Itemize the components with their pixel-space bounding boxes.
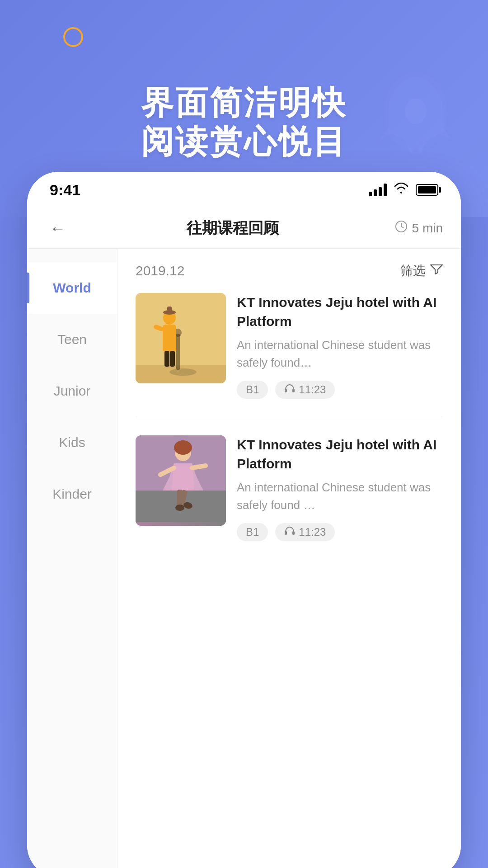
nav-bar: ← 往期课程回顾 5 min xyxy=(27,208,461,249)
svg-rect-12 xyxy=(163,325,176,352)
clock-icon xyxy=(395,220,408,236)
duration-text: 5 min xyxy=(412,221,443,236)
signal-bars-icon xyxy=(369,184,387,196)
svg-line-3 xyxy=(401,226,404,228)
article-card[interactable]: KT Innovates Jeju hotel with AI Platform… xyxy=(136,435,443,559)
duration-value: 11:23 xyxy=(299,526,326,538)
filter-label: 筛选 xyxy=(400,262,426,279)
back-button[interactable]: ← xyxy=(45,214,70,242)
battery-fill xyxy=(418,186,436,193)
headline-line1: 界面简洁明快 xyxy=(141,83,347,122)
article-card[interactable]: KT Innovates Jeju hotel with AI Platform… xyxy=(136,293,443,417)
svg-point-6 xyxy=(169,368,197,376)
duration-tag: 11:23 xyxy=(275,381,335,399)
rocket-icon xyxy=(371,68,461,160)
battery-icon xyxy=(416,184,438,196)
svg-point-0 xyxy=(405,99,427,124)
content-area: World Teen Junior Kids Kinder 2019.12 筛选 xyxy=(27,249,461,868)
svg-rect-29 xyxy=(292,531,295,535)
article-thumbnail xyxy=(136,435,226,526)
article-tags: B1 11:23 xyxy=(237,381,443,399)
headline: 界面简洁明快 阅读赏心悦目 xyxy=(141,83,347,161)
svg-point-21 xyxy=(174,440,192,455)
article-title: KT Innovates Jeju hotel with AI Platform xyxy=(237,293,443,331)
article-title: KT Innovates Jeju hotel with AI Platform xyxy=(237,435,443,473)
sidebar-item-kinder[interactable]: Kinder xyxy=(27,468,117,520)
sidebar-item-teen[interactable]: Teen xyxy=(27,314,117,365)
filter-icon xyxy=(430,264,443,278)
svg-rect-17 xyxy=(292,389,295,392)
level-tag: B1 xyxy=(237,381,268,399)
article-thumbnail xyxy=(136,293,226,383)
svg-point-26 xyxy=(175,505,184,511)
status-icons xyxy=(369,183,438,198)
article-info: KT Innovates Jeju hotel with AI Platform… xyxy=(237,293,443,399)
svg-rect-15 xyxy=(170,351,175,367)
date-label: 2019.12 xyxy=(136,263,184,278)
headphone-icon xyxy=(284,384,295,396)
headline-line2: 阅读赏心悦目 xyxy=(141,122,347,161)
filter-button[interactable]: 筛选 xyxy=(400,262,443,279)
svg-rect-14 xyxy=(164,351,169,367)
sidebar-item-junior[interactable]: Junior xyxy=(27,365,117,417)
svg-rect-28 xyxy=(285,531,287,535)
phone-mockup: 9:41 ← 往期课程回顾 xyxy=(27,172,461,868)
status-time: 9:41 xyxy=(50,181,80,199)
wifi-icon xyxy=(394,183,408,198)
main-content: 2019.12 筛选 xyxy=(117,249,461,868)
svg-rect-11 xyxy=(167,307,172,313)
duration-value: 11:23 xyxy=(299,383,326,396)
sidebar-item-kids[interactable]: Kids xyxy=(27,417,117,468)
svg-line-23 xyxy=(192,466,206,468)
page-title: 往期课程回顾 xyxy=(70,218,395,239)
duration-indicator: 5 min xyxy=(395,220,443,236)
article-tags: B1 11:23 xyxy=(237,523,443,541)
sidebar-item-world[interactable]: World xyxy=(27,262,117,314)
headphone-icon xyxy=(284,526,295,538)
level-tag: B1 xyxy=(237,523,268,541)
article-excerpt: An international Chinese student was saf… xyxy=(237,479,443,514)
orange-circle-decoration xyxy=(63,27,83,47)
article-info: KT Innovates Jeju hotel with AI Platform… xyxy=(237,435,443,541)
status-bar: 9:41 xyxy=(27,172,461,208)
date-filter-row: 2019.12 筛选 xyxy=(136,262,443,279)
svg-rect-7 xyxy=(176,334,180,370)
sidebar: World Teen Junior Kids Kinder xyxy=(27,249,117,868)
article-excerpt: An international Chinese student was saf… xyxy=(237,336,443,372)
svg-rect-16 xyxy=(285,389,287,392)
duration-tag: 11:23 xyxy=(275,523,335,541)
